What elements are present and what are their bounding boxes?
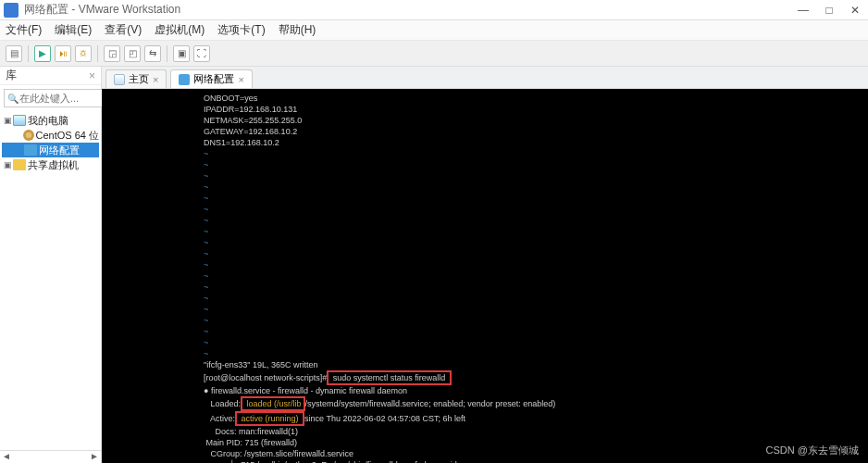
- tree-node-my-computer[interactable]: ▣ 我的电脑: [2, 113, 99, 128]
- library-tree: ▣ 我的电脑 CentOS 64 位 网络配置 ▣ 共享虚拟机: [0, 111, 101, 450]
- network-icon: [24, 144, 37, 156]
- close-button[interactable]: ✕: [846, 4, 864, 17]
- highlight-command: sudo systemctl status firewalld: [327, 370, 452, 385]
- minimize-button[interactable]: —: [794, 4, 812, 17]
- term-line: NETMASK=255.255.255.0: [204, 116, 302, 125]
- toolbar-power-icon[interactable]: ▶: [34, 45, 51, 62]
- search-icon: 🔍: [7, 94, 19, 104]
- tree-label: 共享虚拟机: [28, 158, 79, 172]
- tree-twisty-icon[interactable]: ▣: [4, 160, 13, 169]
- term-tilde: ~: [204, 338, 208, 347]
- menu-help[interactable]: 帮助(H): [279, 22, 316, 38]
- network-icon: [179, 74, 190, 85]
- highlight-active: active (running): [235, 411, 304, 426]
- sidebar-search: 🔍 ▾: [4, 89, 97, 107]
- menu-bar: 文件(F) 编辑(E) 查看(V) 虚拟机(M) 选项卡(T) 帮助(H): [0, 20, 868, 41]
- sidebar: 库 × 🔍 ▾ ▣ 我的电脑 CentOS 64 位 网络配置: [0, 67, 102, 463]
- term-tilde: ~: [204, 249, 208, 258]
- term-loaded-label: Loaded:: [204, 399, 241, 408]
- term-tilde: ~: [204, 294, 208, 303]
- term-tilde: ~: [204, 205, 208, 214]
- toolbar-btn-c[interactable]: ⇆: [144, 45, 161, 62]
- toolbar-separator: [28, 45, 29, 62]
- term-tilde: ~: [204, 171, 208, 181]
- tree-node-centos[interactable]: CentOS 64 位: [2, 128, 99, 143]
- shared-icon: [13, 159, 26, 170]
- term-tilde: ~: [204, 327, 208, 336]
- title-bar: 网络配置 - VMware Workstation — □ ✕: [0, 0, 868, 20]
- term-line: /systemd/system/firewalld.service; enabl…: [305, 399, 556, 408]
- watermark: CSDN @东去雪倾城: [766, 444, 859, 457]
- term-prompt: [root@localhost network-scripts]#: [204, 373, 327, 382]
- sidebar-title: 库: [6, 68, 17, 83]
- tree-node-shared-vms[interactable]: ▣ 共享虚拟机: [2, 157, 99, 172]
- content-area: 主页 × 网络配置 × ONBOOT=yes IPADDR=192.168.10…: [102, 67, 868, 463]
- term-active-label: Active:: [204, 414, 235, 423]
- sidebar-header: 库 ×: [0, 67, 101, 85]
- window-controls: — □ ✕: [794, 4, 864, 17]
- term-line: Docs: man:firewalld(1): [204, 427, 298, 436]
- vm-console[interactable]: ONBOOT=yes IPADDR=192.168.10.131 NETMASK…: [102, 89, 868, 463]
- term-line: GATEWAY=192.168.10.2: [204, 127, 297, 136]
- term-tilde: ~: [204, 182, 208, 192]
- tab-network[interactable]: 网络配置 ×: [170, 69, 252, 88]
- app-icon: [4, 3, 19, 18]
- window-title: 网络配置 - VMware Workstation: [24, 2, 794, 18]
- sidebar-close-icon[interactable]: ×: [89, 69, 95, 82]
- term-line: IPADDR=192.168.10.131: [204, 105, 297, 114]
- tree-label: 我的电脑: [28, 114, 68, 128]
- toolbar: ▤ ▶ ⏯ ⛭ ◲ ◰ ⇆ ▣ ⛶: [0, 41, 868, 67]
- term-tilde: ~: [204, 260, 208, 269]
- toolbar-btn-d[interactable]: ▣: [173, 45, 190, 62]
- term-tilde: ~: [204, 271, 208, 281]
- toolbar-separator: [97, 45, 98, 62]
- tab-close-icon[interactable]: ×: [153, 74, 158, 85]
- term-tilde: ~: [204, 238, 208, 247]
- term-line: ● firewalld.service - firewalld - dynami…: [204, 386, 407, 395]
- term-tilde: ~: [204, 160, 208, 169]
- tab-label: 网络配置: [193, 72, 234, 86]
- toolbar-btn-a[interactable]: ◲: [104, 45, 120, 62]
- term-tilde: ~: [204, 316, 208, 325]
- toolbar-library-icon[interactable]: ▤: [6, 45, 22, 62]
- home-icon: [114, 74, 125, 85]
- centos-icon: [23, 130, 34, 141]
- term-tilde: ~: [204, 282, 208, 292]
- term-tilde: ~: [204, 194, 208, 203]
- maximize-button[interactable]: □: [820, 4, 838, 17]
- tree-label: CentOS 64 位: [36, 129, 99, 143]
- sidebar-scrollbar[interactable]: ◄►: [0, 450, 101, 463]
- menu-vm[interactable]: 虚拟机(M): [155, 22, 205, 38]
- term-line: DNS1=192.168.10.2: [204, 138, 279, 147]
- term-tilde: ~: [204, 349, 208, 358]
- monitor-icon: [13, 115, 26, 126]
- toolbar-snapshot-icon[interactable]: ⏯: [55, 45, 71, 62]
- term-line: CGroup: /system.slice/firewalld.service: [204, 449, 353, 458]
- toolbar-btn-e[interactable]: ⛶: [193, 45, 210, 62]
- term-line: since Thu 2022-06-02 04:57:08 CST; 6h le…: [304, 414, 465, 423]
- menu-tabs[interactable]: 选项卡(T): [217, 22, 265, 38]
- main-area: 库 × 🔍 ▾ ▣ 我的电脑 CentOS 64 位 网络配置: [0, 67, 868, 463]
- menu-edit[interactable]: 编辑(E): [55, 22, 92, 38]
- menu-file[interactable]: 文件(F): [6, 22, 42, 38]
- tab-close-icon[interactable]: ×: [238, 74, 243, 85]
- term-tilde: ~: [204, 149, 208, 158]
- tab-strip: 主页 × 网络配置 ×: [102, 67, 868, 89]
- tab-home[interactable]: 主页 ×: [105, 69, 167, 88]
- term-line: ONBOOT=yes: [204, 94, 257, 103]
- toolbar-settings-icon[interactable]: ⛭: [75, 45, 92, 62]
- highlight-loaded: loaded (/usr/lib: [241, 396, 305, 411]
- tree-node-network[interactable]: 网络配置: [2, 143, 99, 157]
- term-tilde: ~: [204, 305, 208, 314]
- term-tilde: ~: [204, 216, 208, 225]
- tree-label: 网络配置: [39, 144, 80, 157]
- menu-view[interactable]: 查看(V): [105, 22, 142, 38]
- tree-twisty-icon[interactable]: ▣: [4, 116, 13, 125]
- term-tilde: ~: [204, 227, 208, 236]
- term-line: Main PID: 715 (firewalld): [204, 438, 297, 447]
- term-line: "ifcfg-ens33" 19L, 365C written: [204, 360, 317, 369]
- toolbar-separator: [167, 45, 167, 62]
- toolbar-btn-b[interactable]: ◰: [124, 45, 141, 62]
- tab-label: 主页: [129, 72, 149, 86]
